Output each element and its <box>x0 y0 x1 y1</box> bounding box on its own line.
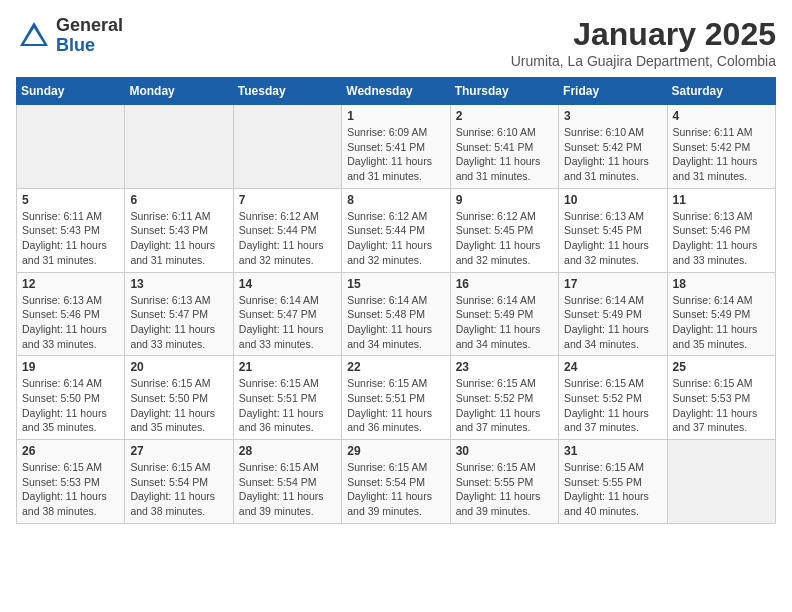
day-info: Sunrise: 6:15 AMSunset: 5:53 PMDaylight:… <box>22 460 119 519</box>
day-number: 14 <box>239 277 336 291</box>
day-number: 21 <box>239 360 336 374</box>
calendar-cell <box>17 105 125 189</box>
calendar-cell: 28Sunrise: 6:15 AMSunset: 5:54 PMDayligh… <box>233 440 341 524</box>
day-number: 24 <box>564 360 661 374</box>
day-number: 30 <box>456 444 553 458</box>
day-number: 17 <box>564 277 661 291</box>
day-number: 18 <box>673 277 770 291</box>
day-info: Sunrise: 6:13 AMSunset: 5:45 PMDaylight:… <box>564 209 661 268</box>
calendar-cell: 6Sunrise: 6:11 AMSunset: 5:43 PMDaylight… <box>125 188 233 272</box>
header-friday: Friday <box>559 78 667 105</box>
day-info: Sunrise: 6:11 AMSunset: 5:43 PMDaylight:… <box>130 209 227 268</box>
calendar-week-2: 5Sunrise: 6:11 AMSunset: 5:43 PMDaylight… <box>17 188 776 272</box>
calendar-cell: 18Sunrise: 6:14 AMSunset: 5:49 PMDayligh… <box>667 272 775 356</box>
day-number: 26 <box>22 444 119 458</box>
day-info: Sunrise: 6:15 AMSunset: 5:52 PMDaylight:… <box>564 376 661 435</box>
day-number: 8 <box>347 193 444 207</box>
logo-blue-text: Blue <box>56 36 123 56</box>
calendar-week-4: 19Sunrise: 6:14 AMSunset: 5:50 PMDayligh… <box>17 356 776 440</box>
day-number: 22 <box>347 360 444 374</box>
calendar-cell: 16Sunrise: 6:14 AMSunset: 5:49 PMDayligh… <box>450 272 558 356</box>
calendar-cell: 25Sunrise: 6:15 AMSunset: 5:53 PMDayligh… <box>667 356 775 440</box>
day-info: Sunrise: 6:15 AMSunset: 5:54 PMDaylight:… <box>239 460 336 519</box>
day-number: 20 <box>130 360 227 374</box>
day-number: 28 <box>239 444 336 458</box>
title-block: January 2025 Urumita, La Guajira Departm… <box>511 16 776 69</box>
header-tuesday: Tuesday <box>233 78 341 105</box>
day-number: 4 <box>673 109 770 123</box>
day-number: 23 <box>456 360 553 374</box>
logo-general-text: General <box>56 16 123 36</box>
calendar-cell: 2Sunrise: 6:10 AMSunset: 5:41 PMDaylight… <box>450 105 558 189</box>
day-info: Sunrise: 6:12 AMSunset: 5:44 PMDaylight:… <box>347 209 444 268</box>
day-number: 5 <box>22 193 119 207</box>
calendar-cell: 24Sunrise: 6:15 AMSunset: 5:52 PMDayligh… <box>559 356 667 440</box>
day-info: Sunrise: 6:14 AMSunset: 5:49 PMDaylight:… <box>456 293 553 352</box>
day-number: 31 <box>564 444 661 458</box>
day-number: 13 <box>130 277 227 291</box>
header-monday: Monday <box>125 78 233 105</box>
calendar-cell: 27Sunrise: 6:15 AMSunset: 5:54 PMDayligh… <box>125 440 233 524</box>
calendar-cell: 3Sunrise: 6:10 AMSunset: 5:42 PMDaylight… <box>559 105 667 189</box>
logo-text: General Blue <box>56 16 123 56</box>
day-info: Sunrise: 6:15 AMSunset: 5:52 PMDaylight:… <box>456 376 553 435</box>
day-info: Sunrise: 6:13 AMSunset: 5:47 PMDaylight:… <box>130 293 227 352</box>
calendar-cell: 10Sunrise: 6:13 AMSunset: 5:45 PMDayligh… <box>559 188 667 272</box>
day-number: 3 <box>564 109 661 123</box>
calendar-cell: 26Sunrise: 6:15 AMSunset: 5:53 PMDayligh… <box>17 440 125 524</box>
day-info: Sunrise: 6:12 AMSunset: 5:45 PMDaylight:… <box>456 209 553 268</box>
logo: General Blue <box>16 16 123 56</box>
weekday-header-row: Sunday Monday Tuesday Wednesday Thursday… <box>17 78 776 105</box>
day-info: Sunrise: 6:15 AMSunset: 5:54 PMDaylight:… <box>130 460 227 519</box>
day-info: Sunrise: 6:15 AMSunset: 5:54 PMDaylight:… <box>347 460 444 519</box>
calendar-cell: 17Sunrise: 6:14 AMSunset: 5:49 PMDayligh… <box>559 272 667 356</box>
calendar-cell <box>125 105 233 189</box>
day-number: 15 <box>347 277 444 291</box>
day-number: 1 <box>347 109 444 123</box>
header-wednesday: Wednesday <box>342 78 450 105</box>
day-info: Sunrise: 6:11 AMSunset: 5:42 PMDaylight:… <box>673 125 770 184</box>
calendar-cell: 9Sunrise: 6:12 AMSunset: 5:45 PMDaylight… <box>450 188 558 272</box>
calendar-cell: 8Sunrise: 6:12 AMSunset: 5:44 PMDaylight… <box>342 188 450 272</box>
day-info: Sunrise: 6:14 AMSunset: 5:48 PMDaylight:… <box>347 293 444 352</box>
day-info: Sunrise: 6:14 AMSunset: 5:50 PMDaylight:… <box>22 376 119 435</box>
day-number: 2 <box>456 109 553 123</box>
calendar-cell <box>667 440 775 524</box>
month-title: January 2025 <box>511 16 776 53</box>
calendar-cell: 29Sunrise: 6:15 AMSunset: 5:54 PMDayligh… <box>342 440 450 524</box>
calendar-cell: 19Sunrise: 6:14 AMSunset: 5:50 PMDayligh… <box>17 356 125 440</box>
header-thursday: Thursday <box>450 78 558 105</box>
calendar-cell: 21Sunrise: 6:15 AMSunset: 5:51 PMDayligh… <box>233 356 341 440</box>
calendar-cell: 4Sunrise: 6:11 AMSunset: 5:42 PMDaylight… <box>667 105 775 189</box>
day-info: Sunrise: 6:14 AMSunset: 5:49 PMDaylight:… <box>564 293 661 352</box>
page-header: General Blue January 2025 Urumita, La Gu… <box>16 16 776 69</box>
day-info: Sunrise: 6:13 AMSunset: 5:46 PMDaylight:… <box>22 293 119 352</box>
calendar-cell: 20Sunrise: 6:15 AMSunset: 5:50 PMDayligh… <box>125 356 233 440</box>
calendar-cell: 11Sunrise: 6:13 AMSunset: 5:46 PMDayligh… <box>667 188 775 272</box>
calendar-cell: 31Sunrise: 6:15 AMSunset: 5:55 PMDayligh… <box>559 440 667 524</box>
day-info: Sunrise: 6:10 AMSunset: 5:41 PMDaylight:… <box>456 125 553 184</box>
calendar-cell: 15Sunrise: 6:14 AMSunset: 5:48 PMDayligh… <box>342 272 450 356</box>
location-title: Urumita, La Guajira Department, Colombia <box>511 53 776 69</box>
day-info: Sunrise: 6:10 AMSunset: 5:42 PMDaylight:… <box>564 125 661 184</box>
day-info: Sunrise: 6:14 AMSunset: 5:49 PMDaylight:… <box>673 293 770 352</box>
day-info: Sunrise: 6:15 AMSunset: 5:55 PMDaylight:… <box>456 460 553 519</box>
day-info: Sunrise: 6:15 AMSunset: 5:55 PMDaylight:… <box>564 460 661 519</box>
day-info: Sunrise: 6:15 AMSunset: 5:51 PMDaylight:… <box>347 376 444 435</box>
calendar-week-1: 1Sunrise: 6:09 AMSunset: 5:41 PMDaylight… <box>17 105 776 189</box>
day-info: Sunrise: 6:13 AMSunset: 5:46 PMDaylight:… <box>673 209 770 268</box>
day-number: 27 <box>130 444 227 458</box>
day-number: 19 <box>22 360 119 374</box>
calendar-cell: 12Sunrise: 6:13 AMSunset: 5:46 PMDayligh… <box>17 272 125 356</box>
day-info: Sunrise: 6:15 AMSunset: 5:50 PMDaylight:… <box>130 376 227 435</box>
day-info: Sunrise: 6:11 AMSunset: 5:43 PMDaylight:… <box>22 209 119 268</box>
day-number: 12 <box>22 277 119 291</box>
calendar-cell: 5Sunrise: 6:11 AMSunset: 5:43 PMDaylight… <box>17 188 125 272</box>
day-info: Sunrise: 6:12 AMSunset: 5:44 PMDaylight:… <box>239 209 336 268</box>
calendar-cell: 22Sunrise: 6:15 AMSunset: 5:51 PMDayligh… <box>342 356 450 440</box>
day-info: Sunrise: 6:09 AMSunset: 5:41 PMDaylight:… <box>347 125 444 184</box>
calendar-week-5: 26Sunrise: 6:15 AMSunset: 5:53 PMDayligh… <box>17 440 776 524</box>
calendar-cell: 1Sunrise: 6:09 AMSunset: 5:41 PMDaylight… <box>342 105 450 189</box>
day-info: Sunrise: 6:15 AMSunset: 5:53 PMDaylight:… <box>673 376 770 435</box>
day-number: 9 <box>456 193 553 207</box>
